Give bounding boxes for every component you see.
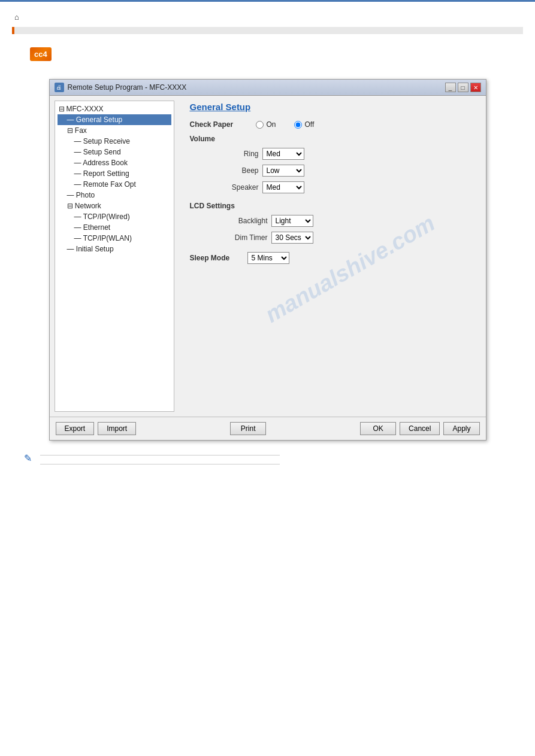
- dialog-window: 🖨 Remote Setup Program - MFC-XXXX _ □ ✕ …: [49, 79, 486, 441]
- title-bar-buttons: _ □ ✕: [445, 83, 481, 92]
- dim-timer-row: Dim Timer Off 10 Secs 20 Secs 30 Secs 60…: [226, 232, 474, 244]
- beep-select[interactable]: Off Low Med High: [262, 165, 304, 177]
- tree-panel: ⊟ MFC-XXXX — General Setup ⊟ Fax — Setup…: [55, 101, 174, 412]
- sleep-mode-select[interactable]: 1 Min 2 Mins 3 Mins 5 Mins 10 Mins: [247, 252, 289, 264]
- section-title: General Setup: [190, 102, 474, 112]
- home-icon[interactable]: ⌂: [14, 13, 24, 22]
- check-paper-radio-group: On Off: [256, 120, 315, 129]
- section-header-bar: [12, 27, 523, 34]
- check-paper-label: Check Paper: [190, 120, 256, 129]
- check-paper-off-label: Off: [305, 120, 315, 129]
- footer-left-buttons: Export Import: [56, 422, 137, 435]
- note-line-1: [40, 455, 280, 456]
- tree-root-label: MFC-XXXX: [67, 105, 104, 113]
- import-button[interactable]: Import: [98, 422, 136, 435]
- dim-timer-select[interactable]: Off 10 Secs 20 Secs 30 Secs 60 Secs: [271, 232, 313, 244]
- check-paper-on-radio[interactable]: [256, 121, 264, 129]
- minimize-button[interactable]: _: [445, 83, 456, 92]
- check-paper-off-option[interactable]: Off: [294, 120, 315, 129]
- speaker-label: Speaker: [226, 183, 259, 192]
- speaker-row: Speaker Off Low Med High: [226, 181, 474, 193]
- tree-item-fax[interactable]: ⊟ Fax: [58, 125, 171, 136]
- volume-rows: Ring Off Low Med High Beep: [226, 148, 474, 193]
- tree-root[interactable]: ⊟ MFC-XXXX: [58, 104, 171, 114]
- tree-item-setup-send[interactable]: — Setup Send: [58, 147, 171, 157]
- lcd-settings-section: LCD Settings Backlight Off Light Med Dar…: [190, 202, 474, 244]
- content-panel: manualshive.com General Setup Check Pape…: [178, 96, 486, 417]
- check-paper-on-option[interactable]: On: [256, 120, 276, 129]
- beep-label: Beep: [226, 166, 259, 175]
- ring-row: Ring Off Low Med High: [226, 148, 474, 160]
- ring-select[interactable]: Off Low Med High: [262, 148, 304, 160]
- sleep-mode-row: Sleep Mode 1 Min 2 Mins 3 Mins 5 Mins 10…: [190, 252, 474, 264]
- lcd-settings-label: LCD Settings: [190, 202, 474, 210]
- dialog-footer: Export Import Print OK Cancel Apply: [50, 417, 486, 440]
- title-bar-text: Remote Setup Program - MFC-XXXX: [68, 83, 187, 92]
- restore-button[interactable]: □: [458, 83, 468, 92]
- cancel-button[interactable]: Cancel: [400, 422, 440, 435]
- footer-right-buttons: OK Cancel Apply: [360, 422, 479, 435]
- close-button[interactable]: ✕: [470, 83, 481, 92]
- tree-item-general-setup[interactable]: — General Setup: [58, 114, 171, 125]
- apply-button[interactable]: Apply: [443, 422, 479, 435]
- tree-item-tcpip-wired[interactable]: — TCP/IP(Wired): [58, 211, 171, 222]
- tree-item-network[interactable]: ⊟ Network: [58, 201, 171, 211]
- backlight-select[interactable]: Off Light Med Dark: [271, 215, 313, 227]
- check-paper-off-radio[interactable]: [294, 121, 302, 129]
- export-button[interactable]: Export: [56, 422, 95, 435]
- tree-item-tcpip-wlan[interactable]: — TCP/IP(WLAN): [58, 233, 171, 244]
- tree-item-ethernet[interactable]: — Ethernet: [58, 222, 171, 233]
- tree-item-address-book[interactable]: — Address Book: [58, 157, 171, 168]
- title-bar: 🖨 Remote Setup Program - MFC-XXXX _ □ ✕: [50, 80, 486, 96]
- tree-item-photo[interactable]: — Photo: [58, 190, 171, 201]
- tree-item-initial-setup[interactable]: — Initial Setup: [58, 244, 171, 254]
- tree-expand-root: ⊟: [59, 105, 65, 113]
- print-button[interactable]: Print: [230, 422, 266, 435]
- note-section: ✎: [12, 453, 523, 467]
- check-paper-row: Check Paper On Off: [190, 120, 474, 129]
- beep-row: Beep Off Low Med High: [226, 165, 474, 177]
- title-bar-icon: 🖨: [55, 83, 64, 92]
- backlight-row: Backlight Off Light Med Dark: [226, 215, 474, 227]
- volume-label: Volume: [190, 135, 474, 143]
- note-line-2: [40, 464, 280, 464]
- speaker-select[interactable]: Off Low Med High: [262, 181, 304, 193]
- tree-item-remote-fax-opt[interactable]: — Remote Fax Opt: [58, 179, 171, 190]
- backlight-label: Backlight: [226, 217, 268, 225]
- tree-item-report-setting[interactable]: — Report Setting: [58, 168, 171, 179]
- dialog-body: ⊟ MFC-XXXX — General Setup ⊟ Fax — Setup…: [50, 96, 486, 417]
- volume-section: Volume Ring Off Low Med High: [190, 135, 474, 193]
- note-icon: ✎: [24, 453, 32, 464]
- footer-center-buttons: Print: [230, 422, 266, 435]
- ring-label: Ring: [226, 150, 259, 158]
- lcd-rows: Backlight Off Light Med Dark Dim Timer: [226, 215, 474, 244]
- cc4-icon[interactable]: cc4: [30, 47, 52, 61]
- dim-timer-label: Dim Timer: [226, 233, 268, 242]
- check-paper-on-label: On: [267, 120, 276, 129]
- tree-item-setup-receive[interactable]: — Setup Receive: [58, 136, 171, 147]
- ok-button[interactable]: OK: [360, 422, 396, 435]
- sleep-mode-label: Sleep Mode: [190, 254, 244, 262]
